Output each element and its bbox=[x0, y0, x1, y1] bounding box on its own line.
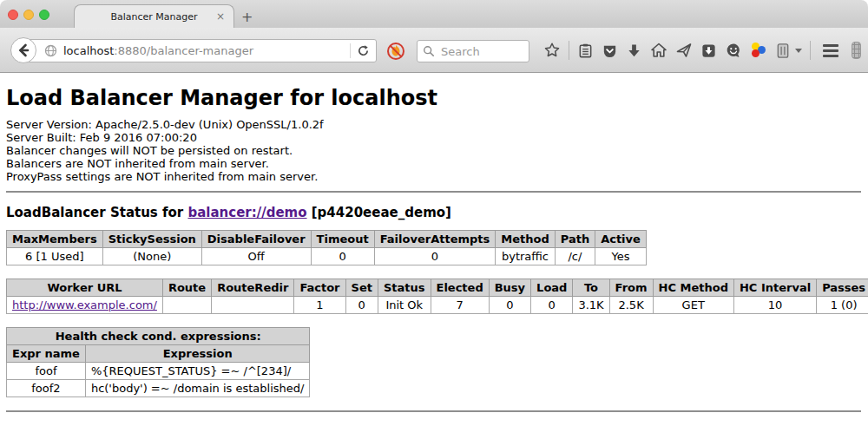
factor-value: 1 bbox=[294, 297, 345, 314]
server-info: Server Version: Apache/2.5.0-dev (Unix) … bbox=[6, 118, 861, 183]
table-title-row: Health check cond. expressions: bbox=[7, 328, 310, 345]
col-passes: Passes bbox=[817, 279, 868, 297]
col-timeout: Timeout bbox=[311, 231, 374, 248]
set-value: 0 bbox=[345, 297, 378, 314]
plugin-blocked-icon[interactable] bbox=[386, 42, 405, 61]
back-arrow-icon bbox=[16, 43, 30, 57]
home-button[interactable] bbox=[650, 41, 667, 60]
tab-close-icon[interactable]: × bbox=[216, 10, 225, 23]
col-expr-name: Expr name bbox=[7, 345, 86, 363]
zoom-window-button[interactable] bbox=[39, 10, 49, 20]
page-title: Load Balancer Manager for localhost bbox=[6, 86, 861, 110]
col-hc-interval: HC Interval bbox=[733, 279, 816, 297]
toolbar-divider bbox=[810, 41, 811, 60]
section-divider bbox=[6, 191, 861, 193]
addon-download-box-button[interactable] bbox=[700, 41, 717, 60]
col-status: Status bbox=[378, 279, 431, 297]
balancer-settings-table: MaxMembers StickySession DisableFailover… bbox=[6, 230, 647, 265]
minimize-window-button[interactable] bbox=[23, 10, 34, 20]
elected-value: 7 bbox=[431, 297, 489, 314]
disablefailover-value: Off bbox=[201, 248, 311, 265]
downloads-button[interactable] bbox=[626, 41, 642, 60]
maxmembers-value: 6 [1 Used] bbox=[7, 248, 103, 265]
pocket-button[interactable] bbox=[602, 41, 618, 60]
titlebar: Balancer Manager × + bbox=[0, 0, 868, 28]
col-hc-method: HC Method bbox=[653, 279, 733, 297]
tab-title: Balancer Manager bbox=[110, 11, 197, 23]
menu-button[interactable] bbox=[823, 44, 838, 57]
search-input[interactable] bbox=[439, 44, 517, 59]
load-value: 0 bbox=[531, 297, 573, 314]
send-tab-button[interactable] bbox=[675, 41, 693, 60]
reload-button[interactable] bbox=[357, 44, 376, 57]
colors-addon-button[interactable] bbox=[750, 41, 767, 60]
bookmarks-menu-button[interactable] bbox=[577, 41, 594, 60]
close-window-button[interactable] bbox=[8, 10, 18, 20]
to-value: 3.1K bbox=[573, 297, 609, 314]
url-domain: localhost bbox=[63, 44, 114, 57]
col-maxmembers: MaxMembers bbox=[7, 231, 103, 248]
active-value: Yes bbox=[595, 248, 647, 265]
url-bar[interactable]: localhost:8880/balancer-manager bbox=[23, 39, 377, 62]
chat-smiley-button[interactable] bbox=[725, 41, 742, 60]
heading-prefix: LoadBalancer Status for bbox=[6, 205, 187, 220]
expression-value: hc('body') =~ /domain is established/ bbox=[85, 380, 310, 397]
server-version-line: Server Version: Apache/2.5.0-dev (Unix) … bbox=[6, 118, 861, 131]
paper-plane-icon bbox=[675, 42, 693, 59]
passes-value: 1 (0) bbox=[817, 297, 868, 314]
bookmark-star-icon bbox=[543, 42, 561, 59]
worker-url-link[interactable]: http://www.example.com/ bbox=[12, 298, 157, 311]
status-value: Init Ok bbox=[378, 297, 431, 314]
worker-status-table: Worker URL Route RouteRedir Factor Set S… bbox=[6, 279, 868, 314]
stickysession-value: (None) bbox=[102, 248, 201, 265]
col-set: Set bbox=[345, 279, 378, 297]
bookmarks-menu-icon bbox=[577, 43, 594, 59]
new-tab-button[interactable]: + bbox=[241, 10, 253, 24]
route-value bbox=[162, 297, 211, 314]
toolbar-icons bbox=[543, 28, 868, 73]
health-check-table: Health check cond. expressions: Expr nam… bbox=[6, 327, 310, 397]
navigation-toolbar: localhost:8880/balancer-manager bbox=[0, 28, 868, 73]
col-elected: Elected bbox=[431, 279, 489, 297]
col-busy: Busy bbox=[489, 279, 530, 297]
notice-line: Balancers are NOT inherited from main se… bbox=[6, 157, 861, 170]
health-expr-row: foof2 hc('body') =~ /domain is establish… bbox=[7, 380, 310, 397]
tablet-addon-button[interactable] bbox=[775, 41, 791, 60]
balancer-demo-link[interactable]: balancer://demo bbox=[187, 205, 306, 220]
search-box bbox=[417, 40, 529, 62]
col-route: Route bbox=[162, 279, 211, 297]
table-header-row: MaxMembers StickySession DisableFailover… bbox=[7, 231, 647, 248]
heading-suffix: [p4420eeae_demo] bbox=[307, 205, 451, 220]
hc-interval-value: 10 bbox=[733, 297, 816, 314]
bookmark-star-button[interactable] bbox=[543, 41, 561, 60]
browser-window: Balancer Manager × + localhost:8880/bala… bbox=[0, 0, 868, 426]
failoverattempts-value: 0 bbox=[374, 248, 496, 265]
col-factor: Factor bbox=[294, 279, 345, 297]
timeout-value: 0 bbox=[311, 248, 374, 265]
table-row: 6 [1 Used] (None) Off 0 0 bytraffic /c/ … bbox=[7, 248, 647, 265]
tablet-icon bbox=[775, 43, 791, 59]
worker-row: http://www.example.com/ 1 0 Init Ok 7 0 … bbox=[7, 297, 868, 314]
tab-balancer-manager[interactable]: Balancer Manager × bbox=[74, 4, 234, 28]
col-load: Load bbox=[531, 279, 573, 297]
overflow-caret-icon[interactable] bbox=[795, 49, 802, 53]
path-value: /c/ bbox=[555, 248, 595, 265]
col-to: To bbox=[573, 279, 609, 297]
expr-name-value: foof bbox=[7, 363, 86, 380]
download-box-icon bbox=[700, 43, 717, 59]
search-icon bbox=[423, 45, 435, 57]
downloads-icon bbox=[626, 43, 642, 59]
page-content: Load Balancer Manager for localhost Serv… bbox=[0, 86, 868, 426]
hc-method-value: GET bbox=[653, 297, 733, 314]
grid-addon-button[interactable] bbox=[852, 42, 861, 59]
expression-value: %{REQUEST_STATUS} =~ /^[234]/ bbox=[85, 363, 310, 380]
notice-line: ProxyPass settings are NOT inherited fro… bbox=[6, 170, 861, 183]
back-button[interactable] bbox=[10, 37, 36, 63]
method-value: bytraffic bbox=[496, 248, 555, 265]
col-from: From bbox=[609, 279, 653, 297]
notice-line: Balancer changes will NOT be persisted o… bbox=[6, 144, 861, 157]
home-icon bbox=[650, 42, 667, 59]
col-disablefailover: DisableFailover bbox=[201, 231, 311, 248]
col-active: Active bbox=[595, 231, 647, 248]
health-expr-row: foof %{REQUEST_STATUS} =~ /^[234]/ bbox=[7, 363, 310, 380]
